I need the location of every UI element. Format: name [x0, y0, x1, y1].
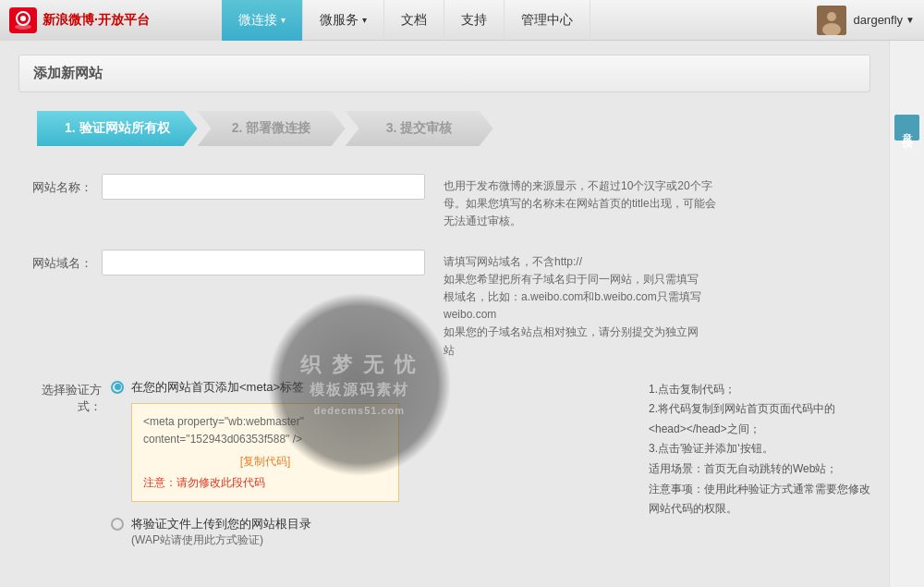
page-title: 添加新网站	[18, 55, 870, 92]
svg-point-4	[827, 12, 836, 21]
verify-label: 选择验证方式：	[28, 378, 111, 415]
nav-items: 微连接 ▾ 微服务 ▾ 文档 支持 管理中心	[222, 0, 817, 41]
nav-item-docs[interactable]: 文档	[384, 0, 444, 41]
site-name-row: 网站名称： 也用于发布微博的来源显示，不超过10个汉字或20个字母。如果您填写的…	[28, 174, 870, 231]
site-domain-label: 网站域名：	[28, 250, 102, 272]
content-wrapper: 网站名称： 也用于发布微博的来源显示，不超过10个汉字或20个字母。如果您填写的…	[18, 174, 870, 557]
verify-option-2-sub: (WAP站请使用此方式验证)	[131, 533, 263, 546]
logo-text: 新浪微博·开放平台	[43, 12, 150, 29]
step-2: 2. 部署微连接	[198, 111, 346, 146]
svg-point-2	[15, 24, 31, 30]
verify-hints: 1.点击复制代码； 2.将代码复制到网站首页页面代码中的<head></head…	[649, 378, 870, 520]
nav-item-weilian[interactable]: 微连接 ▾	[222, 0, 303, 41]
svg-point-1	[20, 16, 26, 21]
logo-area: 新浪微博·开放平台	[0, 0, 222, 41]
site-domain-input-area	[102, 250, 425, 275]
verify-option-2-text: 将验证文件上传到您的网站根目录	[131, 517, 311, 531]
right-panel: 意见反馈	[889, 41, 924, 587]
site-domain-input[interactable]	[102, 250, 425, 275]
username[interactable]: dargenfly	[854, 13, 903, 27]
main-container: 添加新网站 1. 验证网站所有权 2. 部署微连接 3. 提交审核 网站名称：	[0, 41, 924, 587]
verify-option-2: 将验证文件上传到您的网站根目录 (WAP站请使用此方式验证)	[111, 515, 630, 549]
content-area: 添加新网站 1. 验证网站所有权 2. 部署微连接 3. 提交审核 网站名称：	[0, 41, 889, 587]
step-1: 1. 验证网站所有权	[37, 111, 198, 146]
form-section: 网站名称： 也用于发布微博的来源显示，不超过10个汉字或20个字母。如果您填写的…	[28, 174, 870, 557]
copy-code-link[interactable]: [复制代码]	[143, 453, 387, 471]
site-name-input-area	[102, 174, 425, 200]
verify-option-1-text: 在您的网站首页添加<meta>标签	[131, 380, 304, 394]
steps-bar: 1. 验证网站所有权 2. 部署微连接 3. 提交审核	[37, 111, 870, 146]
code-box: <meta property="wb:webmaster" content="1…	[131, 403, 399, 502]
code-warning: 注意：请勿修改此段代码	[143, 474, 387, 492]
site-name-hint: 也用于发布微博的来源显示，不超过10个汉字或20个字母。如果您填写的名称未在网站…	[444, 174, 721, 231]
site-name-label: 网站名称：	[28, 174, 102, 196]
chevron-down-icon: ▼	[906, 15, 915, 25]
radio-meta-icon[interactable]	[111, 381, 124, 394]
chevron-down-icon: ▾	[281, 15, 286, 25]
feedback-button[interactable]: 意见反馈	[894, 115, 919, 141]
verify-options: 在您的网站首页添加<meta>标签 <meta property="wb:web…	[111, 378, 630, 558]
nav-item-admin[interactable]: 管理中心	[505, 0, 590, 41]
avatar	[817, 6, 846, 35]
site-domain-hint: 请填写网站域名，不含http://如果您希望把所有子域名归于同一网站，则只需填写…	[444, 250, 702, 360]
top-navigation: 新浪微博·开放平台 微连接 ▾ 微服务 ▾ 文档 支持 管理中心 dargenf…	[0, 0, 924, 41]
step-3: 3. 提交审核	[346, 111, 493, 146]
nav-item-weiservice[interactable]: 微服务 ▾	[303, 0, 384, 41]
chevron-down-icon: ▾	[362, 15, 367, 25]
nav-right: dargenfly ▼	[817, 6, 924, 35]
site-domain-row: 网站域名： 请填写网站域名，不含http://如果您希望把所有子域名归于同一网站…	[28, 250, 870, 360]
verify-method-row: 选择验证方式： 在您的网站首页添加<meta>标签	[28, 378, 870, 558]
verify-option-1: 在您的网站首页添加<meta>标签 <meta property="wb:web…	[111, 378, 630, 502]
nav-item-support[interactable]: 支持	[444, 0, 505, 41]
radio-file-icon[interactable]	[111, 518, 124, 531]
code-content: <meta property="wb:webmaster" content="1…	[143, 415, 304, 446]
logo-icon	[9, 7, 37, 33]
site-name-input[interactable]	[102, 174, 425, 200]
